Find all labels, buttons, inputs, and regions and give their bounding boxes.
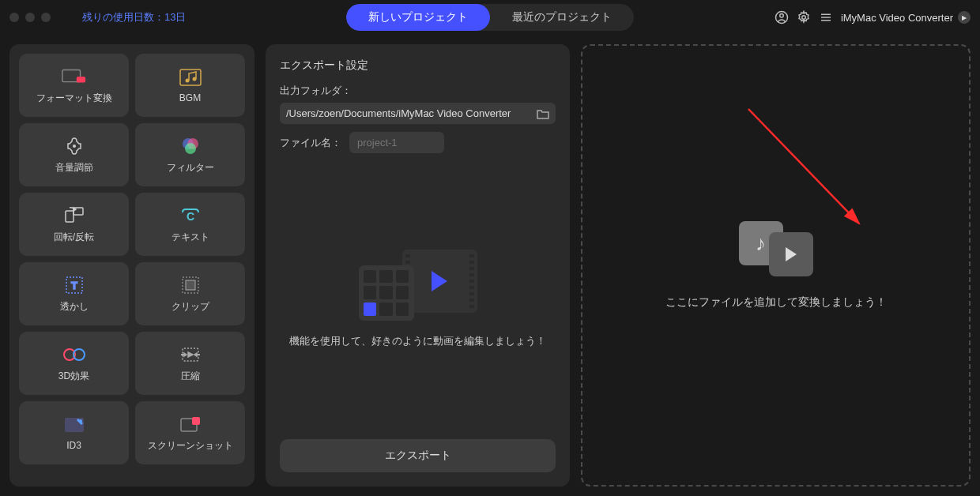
tile-label: 音量調節 xyxy=(55,161,93,175)
tile-filter[interactable]: フィルター xyxy=(135,123,245,186)
close-dot[interactable] xyxy=(9,13,19,22)
tile-label: 透かし xyxy=(60,300,89,314)
output-folder-field[interactable] xyxy=(280,103,556,124)
tile-label: 圧縮 xyxy=(181,370,200,383)
dropzone-text: ここにファイルを追加して変換しましょう！ xyxy=(665,295,887,310)
svg-marker-27 xyxy=(188,352,193,357)
export-panel: エクスポート設定 出力フォルダ： ファイル名： 機能を使用して、好きのように動画… xyxy=(266,44,570,487)
tools-sidebar: フォーマット変換 BGM 音量調節 フィルター 回転/反転 C テキスト xyxy=(9,44,254,487)
tile-bgm[interactable]: BGM xyxy=(135,54,245,117)
account-icon[interactable] xyxy=(775,10,789,24)
text-icon: C xyxy=(178,205,203,226)
tile-label: ID3 xyxy=(66,440,81,451)
export-button[interactable]: エクスポート xyxy=(280,439,556,472)
svg-marker-28 xyxy=(184,353,187,356)
svg-point-2 xyxy=(802,16,806,20)
rotate-icon xyxy=(62,205,87,226)
tile-label: フィルター xyxy=(167,161,214,175)
tab-recent-projects[interactable]: 最近のプロジェクト xyxy=(490,4,634,31)
svg-point-11 xyxy=(73,145,76,148)
maximize-dot[interactable] xyxy=(41,13,51,22)
svg-text:C: C xyxy=(186,210,194,223)
tile-watermark[interactable]: T 透かし xyxy=(19,262,129,325)
filename-row: ファイル名： xyxy=(280,132,556,153)
output-folder-input[interactable] xyxy=(286,107,537,119)
video-file-icon xyxy=(769,232,813,276)
tile-label: クリップ xyxy=(172,300,209,314)
tile-3d[interactable]: 3D効果 xyxy=(19,332,129,395)
tile-format-convert[interactable]: フォーマット変換 xyxy=(19,54,129,117)
tile-volume[interactable]: 音量調節 xyxy=(19,123,129,186)
tile-id3[interactable]: ID3 xyxy=(19,401,129,464)
clip-icon xyxy=(178,275,203,295)
screenshot-icon xyxy=(178,414,203,434)
tile-label: 3D効果 xyxy=(58,370,89,383)
svg-text:T: T xyxy=(71,280,77,291)
output-folder-label: 出力フォルダ： xyxy=(280,84,556,98)
compress-icon xyxy=(178,344,203,365)
svg-rect-33 xyxy=(192,417,200,425)
tile-label: テキスト xyxy=(172,231,209,244)
watermark-icon: T xyxy=(62,275,87,295)
tile-label: BGM xyxy=(179,92,201,103)
volume-icon xyxy=(62,136,87,156)
edit-hint-text: 機能を使用して、好きのように動画を編集しましょう！ xyxy=(289,333,546,350)
minimize-dot[interactable] xyxy=(25,13,35,22)
app-title: iMyMac Video Converter ▶ xyxy=(841,11,971,24)
svg-rect-7 xyxy=(76,77,85,83)
tile-clip[interactable]: クリップ xyxy=(135,262,245,325)
menu-icon[interactable] xyxy=(819,10,833,24)
svg-rect-22 xyxy=(186,280,195,290)
window-controls xyxy=(9,13,51,22)
filter-icon xyxy=(178,136,203,156)
editor-illustration xyxy=(359,242,477,321)
tile-compress[interactable]: 圧縮 xyxy=(135,332,245,395)
titlebar-right: iMyMac Video Converter ▶ xyxy=(775,10,971,24)
id3-icon xyxy=(62,415,87,435)
svg-marker-29 xyxy=(194,353,197,356)
play-badge-icon: ▶ xyxy=(958,11,971,24)
trial-days-text: 残りの使用日数：13日 xyxy=(82,10,186,24)
tile-text[interactable]: C テキスト xyxy=(135,193,245,256)
titlebar: 残りの使用日数：13日 新しいプロジェクト 最近のプロジェクト iMyMac V… xyxy=(0,0,980,35)
drop-zone[interactable]: ♪ ここにファイルを追加して変換しましょう！ xyxy=(581,44,971,487)
bgm-icon xyxy=(178,67,203,88)
app-title-text: iMyMac Video Converter xyxy=(841,12,953,24)
output-folder-row: 出力フォルダ： xyxy=(280,84,556,124)
3d-icon xyxy=(62,344,87,365)
svg-rect-15 xyxy=(66,211,74,222)
tools-grid: フォーマット変換 BGM 音量調節 フィルター 回転/反転 C テキスト xyxy=(19,54,245,464)
edit-hint-area: 機能を使用して、好きのように動画を編集しましょう！ xyxy=(280,161,556,430)
svg-point-14 xyxy=(185,143,196,154)
svg-point-1 xyxy=(780,14,784,18)
folder-icon[interactable] xyxy=(537,108,549,119)
project-tabs: 新しいプロジェクト 最近のプロジェクト xyxy=(346,4,634,31)
grid-icon xyxy=(359,265,414,321)
main-content: フォーマット変換 BGM 音量調節 フィルター 回転/反転 C テキスト xyxy=(0,35,980,496)
tile-screenshot[interactable]: スクリーンショット xyxy=(135,401,245,464)
gear-icon[interactable] xyxy=(797,10,811,24)
svg-line-35 xyxy=(748,109,859,224)
format-convert-icon xyxy=(62,66,87,87)
filename-label: ファイル名： xyxy=(280,136,341,150)
svg-point-31 xyxy=(79,419,82,423)
filename-input[interactable] xyxy=(349,132,444,153)
tile-label: 回転/反転 xyxy=(54,231,94,244)
tab-new-project[interactable]: 新しいプロジェクト xyxy=(346,4,490,31)
svg-rect-8 xyxy=(180,70,201,85)
export-title: エクスポート設定 xyxy=(280,58,556,73)
tile-rotate[interactable]: 回転/反転 xyxy=(19,193,129,256)
tile-label: フォーマット変換 xyxy=(36,92,112,105)
tile-label: スクリーンショット xyxy=(148,439,233,453)
